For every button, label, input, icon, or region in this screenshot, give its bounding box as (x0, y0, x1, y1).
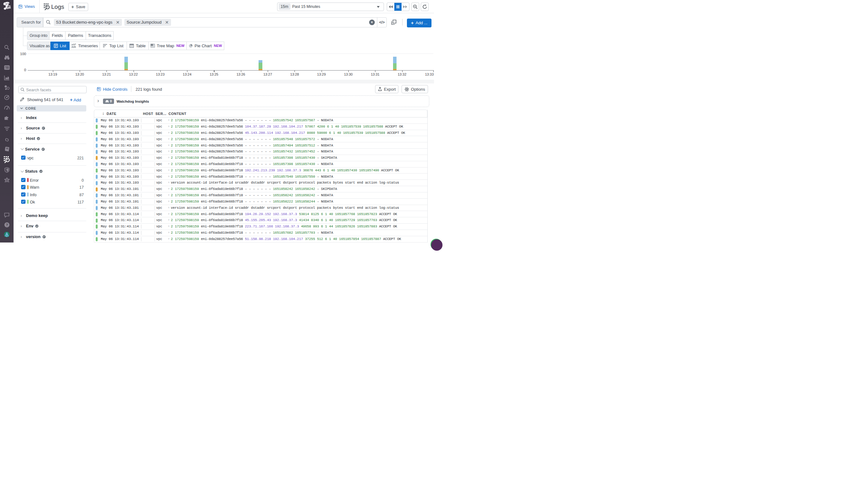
svg-text:?: ? (6, 223, 8, 227)
